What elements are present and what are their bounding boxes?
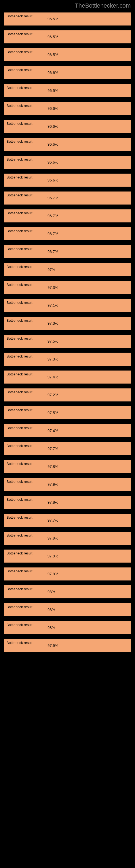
bar-value: 96.6% <box>48 70 58 75</box>
chart-bar-row: Bottleneck result96.7% <box>4 227 131 240</box>
bar-label: Bottleneck result <box>6 211 32 215</box>
bar-value: 97.7% <box>48 446 58 451</box>
chart-bar-row: Bottleneck result97.9% <box>4 478 131 491</box>
chart-bar: Bottleneck result96.6% <box>4 156 131 169</box>
bar-label: Bottleneck result <box>6 551 32 555</box>
bar-label: Bottleneck result <box>6 140 32 144</box>
chart-bar: Bottleneck result96.5% <box>4 48 131 61</box>
bar-label: Bottleneck result <box>6 426 32 430</box>
bar-value: 97.9% <box>48 643 58 648</box>
bar-value: 97.9% <box>48 572 58 576</box>
bar-value: 98% <box>48 608 55 612</box>
bar-label: Bottleneck result <box>6 157 32 161</box>
chart-bar-row: Bottleneck result96.6% <box>4 120 131 133</box>
bar-value: 96.7% <box>48 214 58 218</box>
bar-value: 97.7% <box>48 518 58 522</box>
bar-value: 96.6% <box>48 160 58 164</box>
bar-value: 97.5% <box>48 411 58 415</box>
bar-label: Bottleneck result <box>6 444 32 448</box>
bar-value: 97.9% <box>48 482 58 487</box>
bar-value: 96.5% <box>48 88 58 93</box>
chart-bar: Bottleneck result97.8% <box>4 496 131 509</box>
bar-label: Bottleneck result <box>6 247 32 251</box>
chart-bar-row: Bottleneck result97.8% <box>4 496 131 509</box>
chart-bar: Bottleneck result96.6% <box>4 138 131 151</box>
bar-label: Bottleneck result <box>6 372 32 376</box>
bar-value: 97.8% <box>48 464 58 469</box>
chart-bar-row: Bottleneck result97.3% <box>4 317 131 330</box>
bar-label: Bottleneck result <box>6 318 32 322</box>
chart-bar: Bottleneck result97.7% <box>4 514 131 527</box>
chart-bar: Bottleneck result97.9% <box>4 550 131 563</box>
bar-label: Bottleneck result <box>6 229 32 233</box>
bar-label: Bottleneck result <box>6 265 32 269</box>
bar-value: 97.9% <box>48 554 58 558</box>
chart-bar-row: Bottleneck result97.4% <box>4 424 131 437</box>
chart-bar-row: Bottleneck result97.8% <box>4 460 131 473</box>
bar-label: Bottleneck result <box>6 533 32 537</box>
bar-label: Bottleneck result <box>6 283 32 287</box>
chart-bar: Bottleneck result96.7% <box>4 209 131 222</box>
chart-bar-row: Bottleneck result97.5% <box>4 335 131 348</box>
bar-label: Bottleneck result <box>6 605 32 609</box>
chart-bar-row: Bottleneck result96.5% <box>4 12 131 26</box>
chart-bar: Bottleneck result97.3% <box>4 352 131 366</box>
page-header: TheBottlenecker.com <box>0 0 135 12</box>
chart-bar-row: Bottleneck result97.4% <box>4 371 131 383</box>
bar-label: Bottleneck result <box>6 32 32 36</box>
chart-bar: Bottleneck result97.9% <box>4 478 131 491</box>
chart-bar: Bottleneck result98% <box>4 585 131 598</box>
site-title: TheBottlenecker.com <box>75 2 131 9</box>
bar-label: Bottleneck result <box>6 408 32 412</box>
chart-bar-row: Bottleneck result97.9% <box>4 532 131 545</box>
bar-label: Bottleneck result <box>6 390 32 394</box>
bar-value: 96.6% <box>48 124 58 129</box>
chart-bar-row: Bottleneck result97.1% <box>4 299 131 312</box>
chart-bar: Bottleneck result96.5% <box>4 30 131 43</box>
chart-bar-row: Bottleneck result96.5% <box>4 48 131 61</box>
chart-bar-row: Bottleneck result98% <box>4 585 131 598</box>
chart-bar-row: Bottleneck result96.5% <box>4 30 131 43</box>
chart-bar-row: Bottleneck result97.9% <box>4 550 131 563</box>
chart-bar: Bottleneck result97.2% <box>4 389 131 401</box>
bar-value: 96.7% <box>48 250 58 254</box>
chart-bar-row: Bottleneck result97% <box>4 263 131 276</box>
chart-bar: Bottleneck result97.9% <box>4 639 131 652</box>
chart-bar-row: Bottleneck result97.9% <box>4 567 131 581</box>
bar-label: Bottleneck result <box>6 497 32 501</box>
bar-label: Bottleneck result <box>6 479 32 484</box>
chart-bar: Bottleneck result97.1% <box>4 299 131 312</box>
chart-bar-row: Bottleneck result97.5% <box>4 406 131 420</box>
bar-label: Bottleneck result <box>6 104 32 108</box>
bar-label: Bottleneck result <box>6 68 32 72</box>
bar-value: 97.3% <box>48 321 58 326</box>
bar-label: Bottleneck result <box>6 86 32 90</box>
chart-bar: Bottleneck result97.3% <box>4 317 131 330</box>
chart-bar: Bottleneck result97.9% <box>4 532 131 545</box>
chart-bar-row: Bottleneck result96.6% <box>4 156 131 169</box>
bar-label: Bottleneck result <box>6 175 32 179</box>
chart-bar: Bottleneck result96.7% <box>4 227 131 240</box>
chart-bar-row: Bottleneck result96.6% <box>4 174 131 187</box>
chart-bar-row: Bottleneck result98% <box>4 603 131 616</box>
chart-bar: Bottleneck result97.7% <box>4 442 131 455</box>
bar-value: 97.2% <box>48 393 58 397</box>
chart-bar: Bottleneck result96.7% <box>4 191 131 205</box>
bar-label: Bottleneck result <box>6 623 32 627</box>
bar-label: Bottleneck result <box>6 354 32 358</box>
bar-value: 97.8% <box>48 500 58 504</box>
chart-bar-row: Bottleneck result97.3% <box>4 281 131 294</box>
bar-label: Bottleneck result <box>6 462 32 466</box>
chart-bar-row: Bottleneck result96.6% <box>4 102 131 115</box>
bar-value: 97.5% <box>48 339 58 343</box>
bar-label: Bottleneck result <box>6 122 32 126</box>
bar-value: 97.1% <box>48 303 58 308</box>
bar-value: 96.5% <box>48 53 58 57</box>
chart-bar: Bottleneck result97.8% <box>4 460 131 473</box>
bar-value: 96.7% <box>48 196 58 200</box>
bar-label: Bottleneck result <box>6 587 32 591</box>
bar-value: 96.6% <box>48 178 58 182</box>
bar-value: 97.4% <box>48 429 58 433</box>
chart-bar-row: Bottleneck result96.6% <box>4 138 131 151</box>
bar-value: 97.4% <box>48 375 58 379</box>
